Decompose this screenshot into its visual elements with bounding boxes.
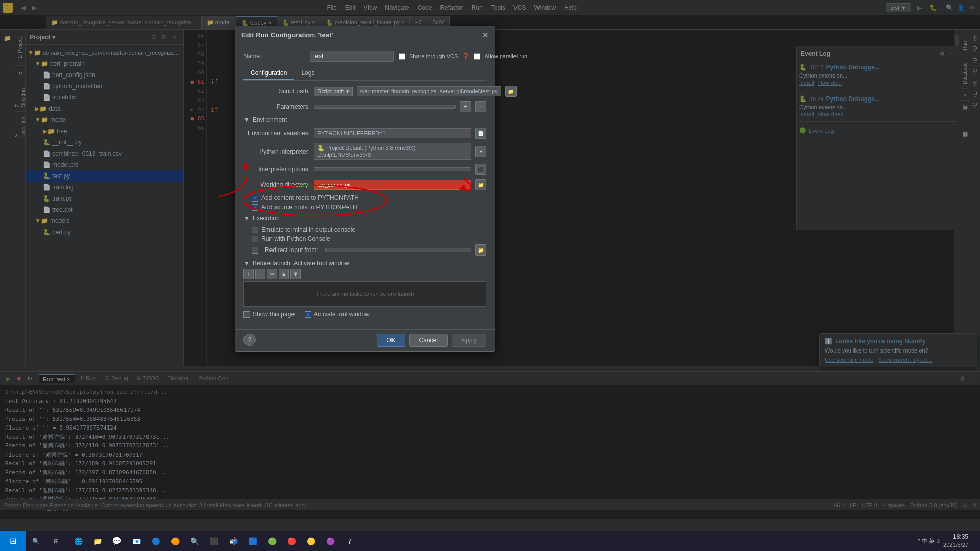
activate-tool-label-text: Activate tool window [314, 311, 370, 318]
taskbar-wechat[interactable]: 💬 [108, 532, 126, 550]
add-source-roots-row[interactable]: ✓ Add source roots to PYTHONPATH [252, 204, 486, 211]
taskbar-mailapp[interactable]: 📬 [224, 532, 242, 550]
env-vars-value: PYTHONUNBUFFERED=1 [314, 128, 471, 138]
emulate-terminal-label: Emulate terminal in output console [261, 226, 355, 233]
taskbar-app3[interactable]: 🟦 [243, 532, 262, 550]
execution-section[interactable]: ▼ Execution [243, 215, 486, 222]
run-config-dialog: Edit Run Configuration: 'test' ✕ Name: S… [235, 26, 495, 352]
launch-toolbar: + − ✏ ▲ ▼ [243, 269, 486, 279]
dialog-tabs: Configuration Logs [243, 67, 486, 81]
taskbar-pinned-apps: 🌐 📁 💬 📧 🔵 🟠 🔍 ⬛ 📬 🟦 🟢 🔴 🟡 🟣 7 [66, 532, 361, 550]
launch-down-btn[interactable]: ▼ [290, 269, 301, 279]
dialog-body: Name: Share through VCS ❓ Allow parallel… [235, 44, 495, 329]
ok-button[interactable]: OK [377, 334, 405, 347]
apply-button[interactable]: Apply [452, 334, 486, 347]
name-input[interactable] [310, 51, 394, 62]
run-python-console-label: Run with Python Console [261, 235, 330, 242]
taskbar-app7[interactable]: 🟣 [321, 532, 339, 550]
dialog-title-bar: Edit Run Configuration: 'test' ✕ [235, 26, 495, 44]
launch-add-btn[interactable]: + [243, 269, 254, 279]
parameters-label: Parameters: [243, 103, 310, 110]
taskbar-search-btn[interactable]: 🔍 [26, 531, 46, 552]
add-content-roots-row[interactable]: ✓ Add content roots to PYTHONPATH [252, 194, 486, 202]
show-page-checkbox[interactable] [243, 311, 250, 318]
script-path-row: Script path: Script path ▾ rver-master-d… [243, 86, 486, 97]
taskbar-app2[interactable]: 🟠 [166, 532, 184, 550]
launch-edit-btn[interactable]: ✏ [267, 269, 277, 279]
bottom-options: Show this page ✓ Activate tool window [243, 311, 486, 318]
parameters-row: Parameters: + − [243, 101, 486, 112]
env-vars-label: Environment variables: [243, 130, 310, 137]
taskbar-search-app[interactable]: 🔍 [185, 532, 204, 550]
launch-up-btn[interactable]: ▲ [279, 269, 289, 279]
tab-logs[interactable]: Logs [294, 67, 322, 80]
taskbar-terminal[interactable]: ⬛ [205, 532, 223, 550]
add-source-roots-checkbox[interactable]: ✓ [252, 204, 258, 211]
help-icon[interactable]: ❓ [462, 53, 470, 60]
activate-tool-checkbox[interactable]: ✓ [305, 311, 311, 318]
taskbar-tray-icons: ^ 中 英 ⊕ [918, 537, 941, 545]
taskbar-app1[interactable]: 📧 [127, 532, 145, 550]
taskbar-taskview[interactable]: ⊞ [46, 531, 66, 552]
taskbar-7zip[interactable]: 7 [340, 532, 359, 550]
allow-parallel-label: Allow parallel run [484, 53, 527, 59]
working-dir-row: Working directory: ize_server.git 📁 [243, 179, 486, 190]
allow-parallel-checkbox[interactable] [474, 53, 480, 60]
launch-remove-btn[interactable]: − [255, 269, 265, 279]
parameters-plus-btn[interactable]: + [460, 101, 471, 112]
python-interpreter-label: Python interpreter: [243, 148, 310, 155]
taskbar-app5[interactable]: 🔴 [282, 532, 301, 550]
cancel-button[interactable]: Cancel [409, 334, 448, 347]
script-path-type-btn[interactable]: Script path ▾ [314, 87, 353, 96]
show-page-option: Show this page [243, 311, 295, 318]
share-vcs-checkbox[interactable] [399, 53, 405, 60]
environment-section[interactable]: ▼ Environment [243, 116, 486, 123]
share-vcs-label: Share through VCS [409, 53, 458, 59]
redirect-input-row: Redirect input from: 📁 [252, 244, 486, 256]
taskbar-show-desktop[interactable] [971, 532, 975, 550]
python-interpreter-row: Python interpreter: 🐍 Project Default (P… [243, 143, 486, 160]
interpreter-options-value[interactable] [314, 167, 471, 171]
dialog-footer: ? OK Cancel Apply [235, 329, 495, 351]
dialog-close-btn[interactable]: ✕ [482, 31, 488, 39]
working-dir-value[interactable]: ize_server.git [314, 180, 471, 190]
taskbar-folder[interactable]: 📁 [88, 532, 107, 550]
parameters-value[interactable] [314, 105, 456, 109]
python-interpreter-value: 🐍 Project Default (Python 3.8 (env39)) D… [314, 143, 471, 160]
taskbar-app6[interactable]: 🟡 [302, 532, 320, 550]
taskbar-chrome[interactable]: 🔵 [146, 532, 165, 550]
taskbar-right: ^ 中 英 ⊕ 18:35 2021/5/27 [918, 532, 980, 550]
env-vars-browse-btn[interactable]: 📄 [475, 128, 486, 139]
script-path-browse-btn[interactable]: 📁 [505, 86, 517, 97]
name-row: Name: Share through VCS ❓ Allow parallel… [243, 51, 486, 62]
ide-container: 🐍 ◀ ▶ File Edit View Navigate Code Refac… [0, 0, 980, 531]
dialog-title: Edit Run Configuration: 'test' [241, 31, 333, 39]
add-content-roots-label: Add content roots to PYTHONPATH [261, 194, 359, 202]
taskbar: ⊞ 🔍 ⊞ 🌐 📁 💬 📧 🔵 🟠 🔍 ⬛ 📬 🟦 🟢 🔴 🟡 🟣 7 ^ 中 … [0, 531, 980, 551]
show-page-label-text: Show this page [253, 311, 295, 318]
interpreter-options-browse-btn[interactable]: ⬛ [475, 164, 486, 175]
emulate-terminal-row[interactable]: Emulate terminal in output console [252, 226, 486, 233]
redirect-input-checkbox[interactable] [252, 247, 258, 254]
share-options: Share through VCS ❓ Allow parallel run [399, 53, 527, 60]
run-python-console-checkbox[interactable] [252, 236, 258, 242]
redirect-input-value[interactable] [325, 248, 471, 252]
run-python-console-row[interactable]: Run with Python Console [252, 235, 486, 242]
name-label: Name: [243, 53, 305, 60]
working-dir-browse-btn[interactable]: 📁 [475, 179, 486, 190]
before-launch-section[interactable]: ▼ Before launch: Activate tool window [243, 260, 486, 267]
redirect-input-browse-btn[interactable]: 📁 [475, 244, 486, 256]
start-button[interactable]: ⊞ [0, 531, 26, 552]
redirect-input-label: Redirect input from: [265, 246, 321, 254]
taskbar-ie[interactable]: 🌐 [69, 532, 87, 550]
add-content-roots-checkbox[interactable]: ✓ [252, 195, 258, 202]
emulate-terminal-checkbox[interactable] [252, 227, 258, 233]
taskbar-app4[interactable]: 🟢 [263, 532, 281, 550]
python-interpreter-dropdown-btn[interactable]: ▾ [475, 146, 486, 157]
parameters-minus-btn[interactable]: − [475, 101, 486, 112]
help-button[interactable]: ? [243, 334, 256, 346]
tab-configuration[interactable]: Configuration [243, 67, 294, 80]
add-source-roots-label: Add source roots to PYTHONPATH [261, 204, 357, 211]
taskbar-clock: 18:35 2021/5/27 [943, 533, 968, 549]
launch-empty-area: There are no tasks to run before launch [243, 281, 486, 307]
